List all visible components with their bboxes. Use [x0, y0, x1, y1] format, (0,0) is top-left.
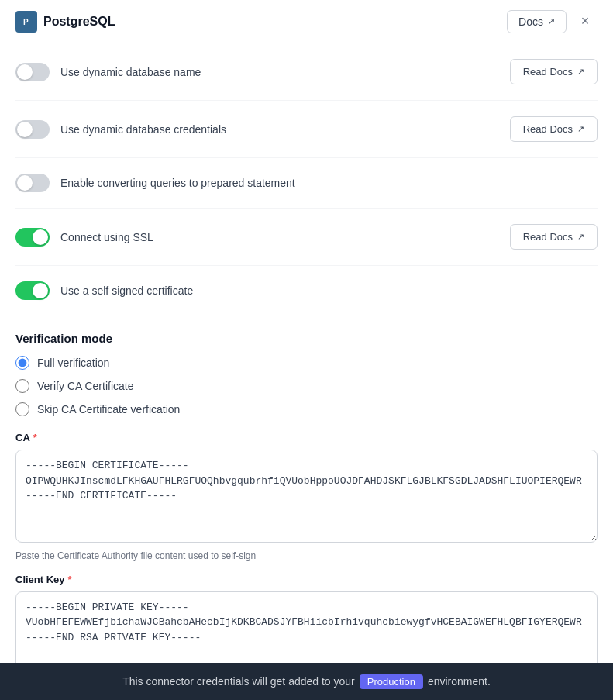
read-docs-button-connect-ssl[interactable]: Read Docs ↗	[510, 224, 598, 250]
toggle-slider	[15, 120, 50, 139]
verification-mode-section: Verification mode Full verification Veri…	[15, 316, 598, 416]
read-docs-button-dynamic-db-name[interactable]: Read Docs ↗	[510, 59, 598, 84]
external-link-icon: ↗	[548, 16, 555, 26]
toggle-left: Use dynamic database name	[15, 63, 201, 81]
header: P PostgreSQL Docs ↗ ×	[0, 0, 613, 43]
toggle-self-signed[interactable]	[15, 281, 50, 300]
radio-verify-ca[interactable]: Verify CA Certificate	[15, 379, 598, 393]
toggle-label-self-signed: Use a self signed certificate	[60, 284, 193, 297]
external-link-icon: ↗	[577, 232, 584, 242]
verification-mode-radio-group: Full verification Verify CA Certificate …	[15, 356, 598, 416]
header-title: PostgreSQL	[43, 15, 115, 29]
radio-input-full[interactable]	[15, 356, 29, 370]
header-left: P PostgreSQL	[15, 11, 115, 33]
toggle-slider	[15, 174, 50, 192]
verification-mode-title: Verification mode	[15, 332, 598, 345]
docs-button-label: Docs	[518, 16, 543, 28]
radio-input-skip-ca[interactable]	[15, 402, 29, 416]
toggle-label-dynamic-credentials: Use dynamic database credentials	[60, 123, 226, 136]
toggle-left: Enable converting queries to prepared st…	[15, 174, 295, 192]
toggle-dynamic-db-name[interactable]	[15, 63, 50, 81]
header-right: Docs ↗ ×	[507, 9, 598, 34]
read-docs-label: Read Docs	[523, 123, 573, 135]
read-docs-button-dynamic-credentials[interactable]: Read Docs ↗	[510, 116, 598, 142]
external-link-icon: ↗	[577, 124, 584, 134]
toggle-left: Connect using SSL	[15, 228, 153, 247]
bottom-bar-text-after: environment.	[428, 675, 491, 688]
toggle-row-connect-ssl: Connect using SSL Read Docs ↗	[15, 209, 598, 266]
client-key-field-label: Client Key *	[15, 574, 598, 585]
bottom-bar-text-before: This connector credentials will get adde…	[122, 675, 355, 688]
ca-textarea[interactable]: -----BEGIN CERTIFICATE----- OIPWQUHKJIns…	[15, 450, 598, 543]
toggle-prepared-statement[interactable]	[15, 174, 50, 192]
ca-required-star: *	[33, 432, 37, 443]
toggle-row-prepared-statement: Enable converting queries to prepared st…	[15, 158, 598, 209]
toggle-left: Use dynamic database credentials	[15, 120, 226, 139]
radio-label-skip-ca: Skip CA Certificate verfication	[37, 403, 180, 416]
toggle-label-prepared-statement: Enable converting queries to prepared st…	[60, 177, 295, 189]
close-button[interactable]: ×	[573, 9, 598, 34]
radio-label-full: Full verification	[37, 357, 109, 369]
read-docs-label: Read Docs	[523, 231, 573, 243]
postgresql-icon: P	[15, 11, 37, 33]
read-docs-label: Read Docs	[523, 66, 573, 78]
environment-badge: Production	[360, 674, 423, 689]
toggle-connect-ssl[interactable]	[15, 228, 50, 247]
svg-text:P: P	[23, 18, 29, 26]
radio-skip-ca[interactable]: Skip CA Certificate verfication	[15, 402, 598, 416]
toggle-slider	[15, 228, 50, 247]
radio-input-verify-ca[interactable]	[15, 379, 29, 393]
toggle-left: Use a self signed certificate	[15, 281, 193, 300]
client-key-required-star: *	[68, 574, 72, 585]
toggle-dynamic-credentials[interactable]	[15, 120, 50, 139]
toggle-label-connect-ssl: Connect using SSL	[60, 231, 153, 243]
toggle-row-dynamic-db-name: Use dynamic database name Read Docs ↗	[15, 43, 598, 101]
close-icon: ×	[581, 13, 590, 29]
radio-full-verification[interactable]: Full verification	[15, 356, 598, 370]
toggle-slider	[15, 281, 50, 300]
ca-field-hint: Paste the Certificate Authority file con…	[15, 550, 598, 561]
toggle-label-dynamic-db-name: Use dynamic database name	[60, 66, 201, 78]
ca-field-label: CA *	[15, 432, 598, 443]
bottom-bar: This connector credentials will get adde…	[0, 663, 613, 700]
toggle-slider	[15, 63, 50, 81]
content: Use dynamic database name Read Docs ↗ Us…	[0, 43, 613, 700]
toggle-row-self-signed: Use a self signed certificate	[15, 266, 598, 316]
docs-button[interactable]: Docs ↗	[507, 10, 567, 33]
radio-label-verify-ca: Verify CA Certificate	[37, 380, 134, 392]
external-link-icon: ↗	[577, 67, 584, 77]
ca-field: CA * -----BEGIN CERTIFICATE----- OIPWQUH…	[15, 432, 598, 561]
toggle-row-dynamic-credentials: Use dynamic database credentials Read Do…	[15, 101, 598, 158]
